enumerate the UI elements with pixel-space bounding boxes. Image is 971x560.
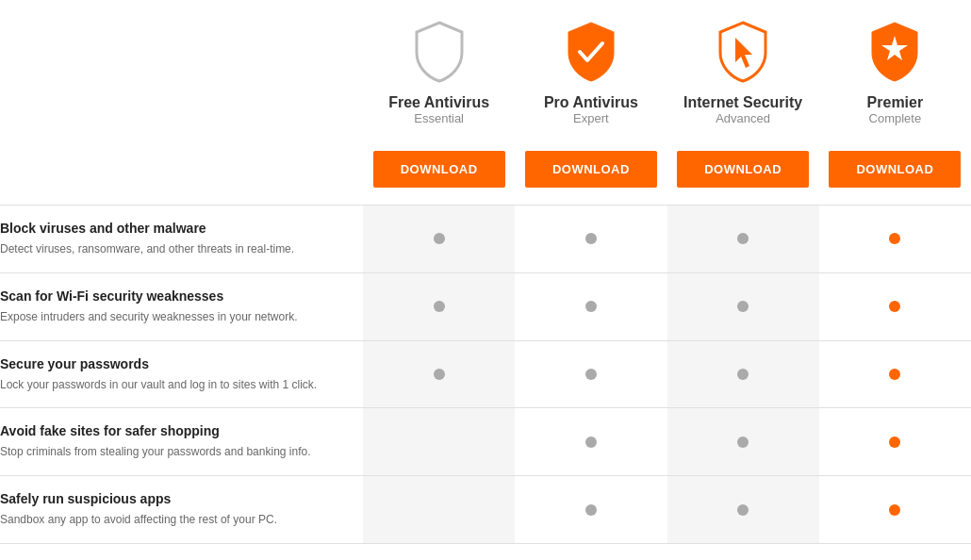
- feature-1-pro: [515, 206, 667, 272]
- dot-f3-pro: [585, 369, 597, 380]
- pro-antivirus-subtitle: Expert: [519, 111, 662, 125]
- dot-f5-premier: [889, 504, 900, 516]
- feature-4-title: Avoid fake sites for safer shopping: [0, 423, 348, 438]
- feature-row-2: Scan for Wi-Fi security weaknesses Expos…: [0, 272, 971, 340]
- feature-row-4: Avoid fake sites for safer shopping Stop…: [0, 407, 971, 475]
- plan-internet-security: Internet Security Advanced: [667, 9, 819, 139]
- dot-f3-premier: [889, 369, 900, 380]
- feature-4-text: Stop criminals from stealing your passwo…: [0, 445, 311, 458]
- feature-row-3: Secure your passwords Lock your password…: [0, 340, 971, 408]
- feature-5-premier: [819, 476, 971, 543]
- svg-marker-0: [735, 38, 752, 68]
- feature-4-internet: [667, 408, 819, 475]
- free-antivirus-icon: [406, 19, 472, 85]
- feature-1-free: [363, 206, 515, 272]
- premier-subtitle: Complete: [824, 111, 966, 125]
- feature-4-premier: [819, 408, 971, 475]
- dot-f1-internet: [737, 233, 749, 244]
- feature-1-text: Detect viruses, ransomware, and other th…: [0, 242, 294, 255]
- free-antivirus-name: Free Antivirus: [368, 94, 510, 111]
- feature-row-1: Block viruses and other malware Detect v…: [0, 205, 971, 272]
- dot-f3-free: [434, 369, 445, 380]
- free-download-cell: DOWNLOAD: [363, 143, 515, 195]
- feature-2-internet: [667, 273, 819, 340]
- feature-3-desc: Secure your passwords Lock your password…: [0, 341, 363, 408]
- pro-download-button[interactable]: DOWNLOAD: [525, 151, 657, 188]
- pro-antivirus-icon: [558, 19, 624, 85]
- premier-icon: [862, 19, 928, 85]
- plan-premier: Premier Complete: [819, 9, 971, 139]
- premier-download-button[interactable]: DOWNLOAD: [829, 151, 961, 188]
- dot-f2-pro: [585, 301, 597, 312]
- dot-f1-premier: [889, 233, 900, 244]
- feature-row-5: Safely run suspicious apps Sandbox any a…: [0, 475, 971, 544]
- dot-f5-pro: [585, 504, 597, 516]
- feature-4-free: [363, 408, 515, 475]
- feature-1-premier: [819, 206, 971, 272]
- free-antivirus-subtitle: Essential: [368, 111, 510, 125]
- feature-5-title: Safely run suspicious apps: [0, 491, 348, 506]
- feature-2-text: Expose intruders and security weaknesses…: [0, 310, 298, 323]
- btn-spacer: [0, 143, 363, 195]
- premier-download-cell: DOWNLOAD: [819, 143, 971, 195]
- feature-4-desc: Avoid fake sites for safer shopping Stop…: [0, 408, 363, 475]
- pro-download-cell: DOWNLOAD: [515, 143, 667, 195]
- dot-f3-internet: [737, 369, 749, 380]
- dot-f1-pro: [585, 233, 597, 244]
- feature-3-text: Lock your passwords in our vault and log…: [0, 378, 317, 391]
- feature-1-title: Block viruses and other malware: [0, 221, 348, 236]
- feature-2-pro: [515, 273, 667, 340]
- feature-2-desc: Scan for Wi-Fi security weaknesses Expos…: [0, 273, 363, 340]
- feature-3-premier: [819, 341, 971, 408]
- feature-5-free: [363, 476, 515, 543]
- dot-f4-premier: [889, 436, 900, 448]
- feature-2-title: Scan for Wi-Fi security weaknesses: [0, 288, 348, 304]
- feature-3-title: Secure your passwords: [0, 356, 348, 371]
- dot-f4-internet: [737, 436, 749, 448]
- feature-1-internet: [667, 206, 819, 272]
- feature-3-pro: [515, 341, 667, 408]
- plan-pro-antivirus: Pro Antivirus Expert: [515, 9, 667, 139]
- dot-f5-internet: [737, 504, 749, 516]
- download-buttons-row: DOWNLOAD DOWNLOAD DOWNLOAD DOWNLOAD: [0, 143, 971, 205]
- plan-free-antivirus: Free Antivirus Essential: [363, 9, 515, 139]
- feature-3-internet: [667, 341, 819, 408]
- feature-5-internet: [667, 476, 819, 543]
- dot-f4-pro: [585, 436, 597, 448]
- dot-f2-premier: [889, 301, 900, 312]
- feature-2-free: [363, 273, 515, 340]
- feature-4-pro: [515, 408, 667, 475]
- feature-5-pro: [515, 476, 667, 543]
- comparison-wrapper: Free Antivirus Essential Pro Antivirus E…: [0, 0, 971, 544]
- feature-1-desc: Block viruses and other malware Detect v…: [0, 206, 363, 272]
- feature-2-premier: [819, 273, 971, 340]
- plans-header: Free Antivirus Essential Pro Antivirus E…: [0, 0, 971, 139]
- free-download-button[interactable]: DOWNLOAD: [373, 151, 505, 188]
- internet-security-subtitle: Advanced: [672, 111, 815, 125]
- pro-antivirus-name: Pro Antivirus: [519, 94, 662, 111]
- internet-security-icon: [710, 19, 776, 85]
- dot-f1-free: [434, 233, 445, 244]
- internet-security-name: Internet Security: [672, 94, 815, 111]
- feature-3-free: [363, 341, 515, 408]
- feature-comparison-rows: Block viruses and other malware Detect v…: [0, 205, 971, 544]
- dot-f2-free: [434, 301, 445, 312]
- feature-spacer: [0, 9, 363, 139]
- internet-security-download-cell: DOWNLOAD: [667, 143, 819, 195]
- feature-5-desc: Safely run suspicious apps Sandbox any a…: [0, 476, 363, 543]
- internet-security-download-button[interactable]: DOWNLOAD: [677, 151, 809, 188]
- dot-f2-internet: [737, 301, 749, 312]
- premier-name: Premier: [824, 94, 966, 111]
- feature-5-text: Sandbox any app to avoid affecting the r…: [0, 513, 277, 526]
